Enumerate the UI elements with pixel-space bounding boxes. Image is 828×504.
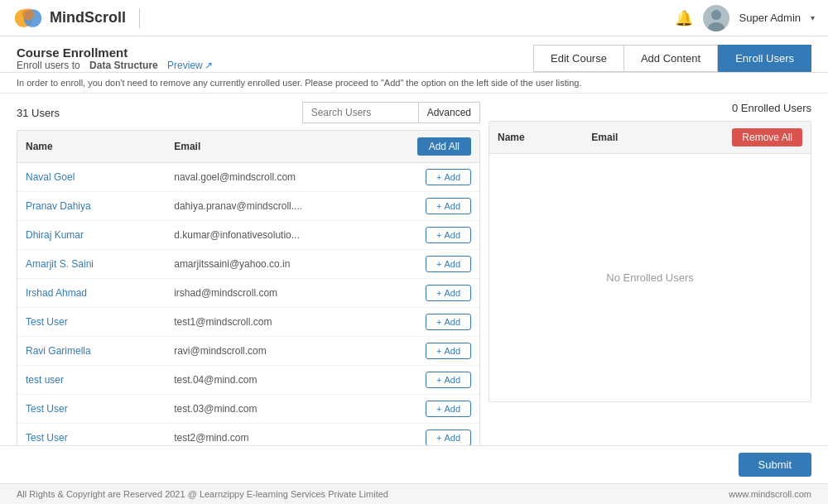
- course-enrollment-title: Course Enrollment: [17, 46, 213, 60]
- user-action-6: + Add: [397, 343, 471, 359]
- plus-icon: +: [436, 433, 441, 443]
- user-email-5: test1@mindscroll.com: [174, 316, 397, 328]
- user-name-1[interactable]: Pranav Dahiya: [26, 200, 174, 212]
- table-row: Pranav Dahiya dahiya.pranav@mindscroll..…: [17, 192, 479, 221]
- advanced-button[interactable]: Advanced: [418, 102, 480, 123]
- tab-edit-course[interactable]: Edit Course: [533, 45, 623, 72]
- add-all-button[interactable]: Add All: [417, 137, 471, 156]
- user-action-0: + Add: [397, 169, 471, 185]
- user-action-5: + Add: [397, 314, 471, 330]
- logo-icon: [13, 7, 43, 30]
- user-name-9[interactable]: Test User: [26, 432, 174, 444]
- user-email-3: amarjitssaini@yahoo.co.in: [174, 258, 397, 270]
- add-user-button-9[interactable]: + Add: [426, 430, 471, 445]
- plus-icon: +: [436, 404, 441, 414]
- subtitle-prefix: Enroll users to: [17, 60, 80, 71]
- logo-text: MindScroll: [50, 9, 126, 26]
- course-subtitle: Enroll users to Data Structure Preview ↗: [17, 60, 213, 71]
- add-user-button-8[interactable]: + Add: [426, 401, 471, 417]
- admin-dropdown-icon[interactable]: ▾: [811, 13, 815, 22]
- table-row: Test User test2@mind.com + Add: [17, 424, 479, 445]
- header: MindScroll 🔔 Super Admin ▾: [0, 0, 828, 36]
- user-name-5[interactable]: Test User: [26, 316, 174, 328]
- user-action-9: + Add: [397, 430, 471, 445]
- table-row: Naval Goel naval.goel@mindscroll.com + A…: [17, 163, 479, 192]
- user-email-1: dahiya.pranav@mindscroll....: [174, 200, 397, 212]
- add-user-button-6[interactable]: + Add: [426, 343, 471, 359]
- user-action-3: + Add: [397, 256, 471, 272]
- sub-header: Course Enrollment Enroll users to Data S…: [0, 36, 828, 73]
- submit-button[interactable]: Submit: [739, 453, 811, 477]
- user-action-8: + Add: [397, 401, 471, 417]
- preview-arrow-icon: ↗: [205, 60, 213, 71]
- remove-all-button[interactable]: Remove All: [732, 128, 802, 146]
- add-user-button-0[interactable]: + Add: [426, 169, 471, 185]
- user-email-0: naval.goel@mindscroll.com: [174, 171, 397, 183]
- bottom-bar: Submit: [0, 445, 828, 483]
- user-name-8[interactable]: Test User: [26, 403, 174, 415]
- search-area: Advanced: [302, 102, 480, 123]
- add-user-button-4[interactable]: + Add: [426, 285, 471, 301]
- user-action-4: + Add: [397, 285, 471, 301]
- tab-add-content[interactable]: Add Content: [623, 45, 718, 72]
- plus-icon: +: [436, 201, 441, 211]
- plus-icon: +: [436, 317, 441, 327]
- plus-icon: +: [436, 375, 441, 385]
- table-header: Name Email Add All: [17, 131, 479, 163]
- info-bar: In order to enroll, you don't need to re…: [0, 73, 828, 94]
- enrolled-col-email-header: Email: [591, 132, 732, 143]
- add-user-button-7[interactable]: + Add: [426, 372, 471, 388]
- user-email-2: d.kumar@infonativesolutio...: [174, 229, 397, 241]
- user-name-4[interactable]: Irshad Ahmad: [26, 287, 174, 299]
- preview-link[interactable]: Preview ↗: [167, 60, 213, 71]
- svg-point-4: [711, 10, 721, 20]
- admin-name: Super Admin: [739, 12, 801, 24]
- svg-point-2: [22, 8, 34, 20]
- table-row: Ravi Garimella ravi@mindscroll.com + Add: [17, 337, 479, 366]
- table-row: Dhiraj Kumar d.kumar@infonativesolutio..…: [17, 221, 479, 250]
- panels-row: 31 Users Advanced Name Email Add All Nav…: [0, 94, 828, 445]
- preview-text: Preview: [167, 60, 203, 71]
- notification-bell-icon[interactable]: 🔔: [675, 9, 693, 27]
- search-input[interactable]: [302, 102, 418, 123]
- logo-area: MindScroll: [13, 7, 147, 30]
- footer-copyright: All Rights & Copyright are Reserved 2021…: [17, 489, 388, 499]
- user-name-0[interactable]: Naval Goel: [26, 171, 174, 183]
- enrolled-count: 0 Enrolled Users: [489, 102, 811, 114]
- user-name-3[interactable]: Amarjit S. Saini: [26, 258, 174, 270]
- col-email-header: Email: [174, 141, 397, 152]
- user-name-2[interactable]: Dhiraj Kumar: [26, 229, 174, 241]
- enrolled-body: No Enrolled Users: [489, 154, 811, 401]
- add-user-button-2[interactable]: + Add: [426, 227, 471, 243]
- user-name-6[interactable]: Ravi Garimella: [26, 345, 174, 357]
- plus-icon: +: [436, 172, 441, 182]
- remove-all-col: Remove All: [732, 128, 802, 146]
- info-message: In order to enroll, you don't need to re…: [17, 78, 582, 88]
- users-table: Name Email Add All Naval Goel naval.goel…: [17, 130, 480, 445]
- table-row: test user test.04@mind.com + Add: [17, 366, 479, 395]
- user-action-1: + Add: [397, 198, 471, 214]
- user-email-7: test.04@mind.com: [174, 374, 397, 386]
- header-divider: [139, 8, 140, 28]
- avatar: [703, 5, 729, 31]
- user-email-8: test.03@mind.com: [174, 403, 397, 415]
- add-user-button-1[interactable]: + Add: [426, 198, 471, 214]
- add-user-button-3[interactable]: + Add: [426, 256, 471, 272]
- left-panel-top: 31 Users Advanced: [17, 102, 480, 123]
- users-table-body: Naval Goel naval.goel@mindscroll.com + A…: [17, 163, 479, 445]
- user-email-4: irshad@mindscroll.com: [174, 287, 397, 299]
- user-email-9: test2@mind.com: [174, 432, 397, 444]
- table-row: Test User test.03@mind.com + Add: [17, 395, 479, 424]
- plus-icon: +: [436, 346, 441, 356]
- plus-icon: +: [436, 259, 441, 269]
- add-user-button-5[interactable]: + Add: [426, 314, 471, 330]
- left-panel: 31 Users Advanced Name Email Add All Nav…: [17, 102, 480, 437]
- user-name-7[interactable]: test user: [26, 374, 174, 386]
- tab-enroll-users[interactable]: Enroll Users: [718, 45, 811, 72]
- course-tabs: Edit Course Add Content Enroll Users: [533, 45, 811, 72]
- subtitle-bold: Data Structure: [89, 60, 158, 71]
- plus-icon: +: [436, 288, 441, 298]
- table-row: Test User test1@mindscroll.com + Add: [17, 308, 479, 337]
- col-action-header: Add All: [397, 137, 471, 156]
- table-row: Irshad Ahmad irshad@mindscroll.com + Add: [17, 279, 479, 308]
